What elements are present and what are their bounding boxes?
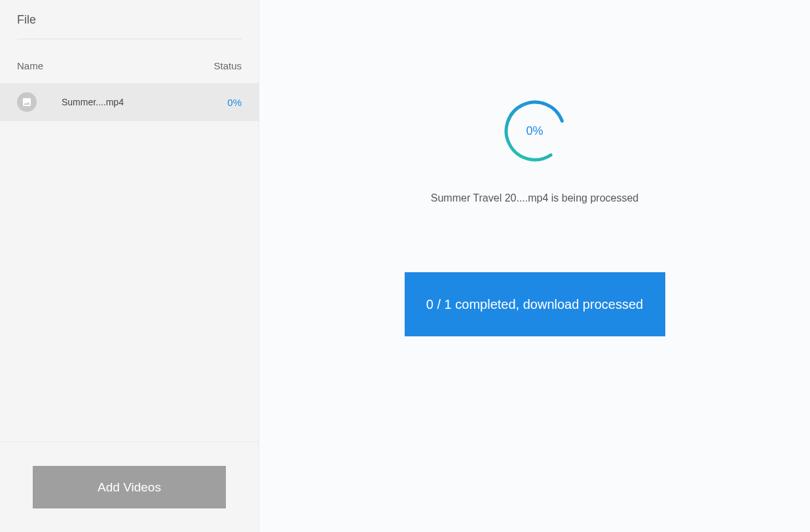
download-processed-button[interactable]: 0 / 1 completed, download processed [405, 272, 665, 336]
progress-spinner: 0% [502, 98, 568, 164]
col-status: Status [213, 60, 242, 71]
sidebar-title: File [17, 13, 242, 27]
col-name: Name [17, 60, 43, 71]
add-videos-button[interactable]: Add Videos [33, 466, 226, 508]
file-row[interactable]: Summer....mp4 0% [0, 83, 259, 121]
sidebar: File Name Status Summer....mp4 0% Add Vi… [0, 0, 259, 532]
spinner-icon [502, 98, 568, 164]
sidebar-body [0, 121, 259, 442]
sidebar-footer: Add Videos [0, 442, 259, 532]
main-panel: 0% Summer Travel 20....mp4 is being proc… [259, 0, 810, 532]
file-name: Summer....mp4 [48, 97, 215, 107]
column-headers: Name Status [0, 39, 259, 83]
file-media-icon [17, 92, 37, 112]
sidebar-header: File [0, 0, 259, 39]
processing-status-text: Summer Travel 20....mp4 is being process… [431, 192, 638, 204]
file-status: 0% [227, 97, 242, 108]
